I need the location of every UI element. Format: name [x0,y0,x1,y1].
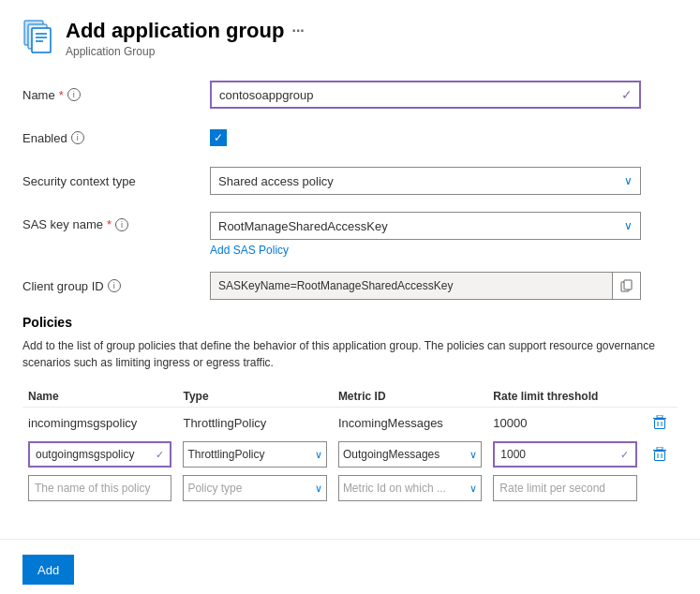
name-control: contosoappgroup ✓ [210,81,641,109]
sas-key-dropdown[interactable]: RootManageSharedAccessKey ∨ [210,212,641,240]
editable-name-input[interactable]: outgoingmsgspolicy [28,441,149,468]
name-input[interactable]: contosoappgroup [210,81,615,109]
editable-type-chevron: ∨ [315,449,322,461]
svg-rect-14 [657,447,663,450]
checkbox-check-icon: ✓ [214,131,223,144]
client-group-control: SASKeyName=RootManageSharedAccessKey [210,272,641,300]
name-row: Name * i contosoappgroup ✓ [22,81,678,109]
row1-rate: 10000 [493,414,527,432]
sas-key-info-icon[interactable]: i [115,218,128,231]
svg-rect-2 [32,28,51,52]
enabled-control: ✓ [210,129,641,146]
placeholder-rate-input[interactable]: Rate limit per second [493,475,636,501]
page-subtitle: Application Group [66,45,305,58]
col-header-type: Type [177,386,332,408]
row1-name: incomingmsgspolicy [28,414,137,432]
page-header: Add application group ··· Application Gr… [22,19,678,58]
security-context-label: Security context type [22,174,210,188]
header-ellipsis-button[interactable]: ··· [291,22,304,39]
name-info-icon[interactable]: i [67,88,81,101]
form-section: Name * i contosoappgroup ✓ Enabled i [22,81,678,300]
client-group-row: Client group ID i SASKeyName=RootManageS… [22,272,678,300]
svg-rect-15 [654,452,664,461]
sas-key-label: SAS key name * i [22,212,210,231]
table-row: incomingmsgspolicy ThrottlingPolicy Inco… [22,408,678,438]
svg-rect-10 [654,420,664,429]
editable-metric-dropdown[interactable]: OutgoingMessages ∨ [338,441,482,468]
policies-section: Policies Add to the list of group polici… [22,315,678,505]
policies-table: Name Type Metric ID Rate limit threshold… [22,386,678,505]
enabled-info-icon[interactable]: i [71,131,84,144]
col-header-rate: Rate limit threshold [487,386,642,408]
editable-row-delete-button[interactable] [648,443,671,466]
sas-key-chevron: ∨ [624,219,633,232]
sas-key-row: SAS key name * i RootManageSharedAccessK… [22,210,678,257]
enabled-checkbox[interactable]: ✓ [210,129,227,146]
row1-metric: IncomingMessages [338,414,443,432]
name-label: Name * i [22,88,210,102]
policies-title: Policies [22,315,678,330]
svg-rect-9 [657,415,663,418]
security-context-control: Shared access policy ∨ [210,167,641,195]
editable-metric-chevron: ∨ [469,449,477,461]
editable-rate-wrapper: 1000 ✓ [493,441,636,468]
enabled-label: Enabled i [22,131,210,145]
placeholder-metric-chevron: ∨ [469,483,477,495]
editable-table-row: outgoingmsgspolicy ✓ ThrottlingPolicy ∨ [22,438,678,471]
client-group-label: Client group ID i [22,279,210,293]
col-header-delete [643,386,678,408]
row1-type: ThrottlingPolicy [183,414,266,432]
name-input-wrapper: contosoappgroup ✓ [210,81,641,109]
client-group-info-icon[interactable]: i [108,279,121,292]
editable-name-wrapper: outgoingmsgspolicy ✓ [28,441,171,468]
app-group-icon [22,19,56,56]
security-context-chevron: ∨ [624,174,633,187]
policies-table-header: Name Type Metric ID Rate limit threshold [22,386,678,408]
policies-description: Add to the list of group policies that d… [22,337,678,371]
placeholder-name-input[interactable]: The name of this policy [28,475,171,501]
row1-delete-button[interactable] [648,411,671,434]
enabled-row: Enabled i ✓ [22,124,678,152]
placeholder-metric-dropdown[interactable]: Metric Id on which ... ∨ [338,475,482,501]
svg-rect-7 [624,280,632,290]
placeholder-type-dropdown[interactable]: Policy type ∨ [183,475,326,501]
editable-rate-input[interactable]: 1000 [493,441,614,468]
placeholder-table-row: The name of this policy Policy type ∨ Me… [22,471,678,505]
name-required: * [59,88,64,102]
security-context-row: Security context type Shared access poli… [22,167,678,195]
add-button[interactable]: Add [22,555,74,585]
footer: Add [0,539,700,594]
placeholder-type-chevron: ∨ [315,483,322,495]
editable-rate-checkmark: ✓ [615,441,637,468]
col-header-name: Name [22,386,177,408]
client-group-input: SASKeyName=RootManageSharedAccessKey [210,272,613,300]
sas-key-required: * [107,217,112,231]
col-header-metric: Metric ID [333,386,487,408]
copy-button[interactable] [613,272,641,300]
editable-name-checkmark: ✓ [149,441,171,468]
sas-key-control: RootManageSharedAccessKey ∨ Add SAS Poli… [210,212,641,257]
name-checkmark: ✓ [615,81,641,109]
add-sas-policy-link[interactable]: Add SAS Policy [210,244,641,257]
security-context-dropdown[interactable]: Shared access policy ∨ [210,167,641,195]
page-title: Add application group [66,19,284,43]
editable-type-dropdown[interactable]: ThrottlingPolicy ∨ [183,441,326,468]
